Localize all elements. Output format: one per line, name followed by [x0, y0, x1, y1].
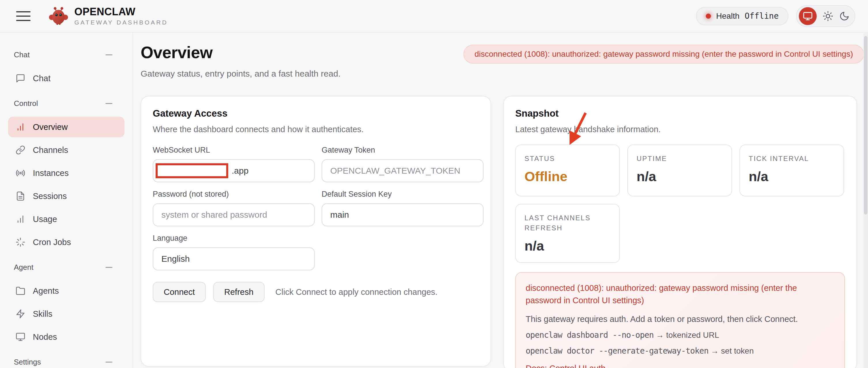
- password-label: Password (not stored): [153, 190, 315, 199]
- moon-icon: [839, 11, 849, 21]
- tick-interval-tile-label: TICK INTERVAL: [749, 154, 835, 164]
- loader-icon: [16, 237, 25, 247]
- connect-hint-text: Click Connect to apply connection change…: [276, 288, 438, 297]
- language-select[interactable]: English: [153, 247, 315, 270]
- app-subtitle: GATEWAY DASHBOARD: [74, 19, 168, 26]
- sidebar: Chat Chat Control Overview Channels: [0, 33, 133, 368]
- brand: OPENCLAW GATEWAY DASHBOARD: [49, 6, 168, 26]
- chat-bubble-icon: [16, 73, 25, 83]
- status-tile-label: STATUS: [525, 154, 611, 164]
- session-key-label: Default Session Key: [321, 190, 484, 199]
- gateway-token-input[interactable]: [321, 159, 484, 182]
- page-subtitle: Gateway status, entry points, and a fast…: [141, 69, 857, 78]
- health-status-value: Offline: [745, 11, 779, 21]
- gateway-token-field: Gateway Token: [321, 146, 484, 182]
- sidebar-item-label: Nodes: [33, 332, 57, 342]
- sidebar-item-instances[interactable]: Instances: [8, 163, 124, 183]
- sidebar-item-label: Overview: [33, 122, 68, 132]
- command-text: openclaw dashboard --no-open: [526, 330, 654, 340]
- session-key-field: Default Session Key: [321, 190, 484, 226]
- sidebar-item-chat[interactable]: Chat: [8, 68, 124, 89]
- snapshot-title: Snapshot: [515, 108, 845, 119]
- sidebar-item-overview[interactable]: Overview: [8, 116, 124, 137]
- command-note: → tokenized URL: [656, 331, 719, 339]
- sun-icon: [823, 11, 833, 22]
- disconnect-error-banner: disconnected (1008): unauthorized: gatew…: [463, 45, 864, 64]
- app-header: OPENCLAW GATEWAY DASHBOARD Health Offlin…: [0, 0, 868, 33]
- docs-control-ui-auth-link[interactable]: Docs: Control UI auth: [526, 364, 606, 368]
- sidebar-item-label: Skills: [33, 309, 53, 319]
- uptime-tile: UPTIME n/a: [627, 144, 732, 196]
- snapshot-subtitle: Latest gateway handshake information.: [515, 125, 845, 134]
- theme-toggle-group: [796, 5, 855, 27]
- sidebar-item-label: Instances: [33, 168, 69, 178]
- sidebar-item-label: Chat: [33, 74, 51, 83]
- bar-chart-icon: [16, 214, 25, 224]
- alert-message-text: This gateway requires auth. Add a token …: [526, 314, 835, 324]
- connect-button[interactable]: Connect: [153, 282, 206, 302]
- refresh-button[interactable]: Refresh: [213, 282, 265, 302]
- auth-alert-box: disconnected (1008): unauthorized: gatew…: [515, 272, 845, 368]
- sidebar-section-control[interactable]: Control: [0, 99, 132, 108]
- collapse-icon: [105, 103, 113, 104]
- language-selected-value: English: [161, 254, 190, 264]
- sidebar-item-label: Sessions: [33, 192, 67, 201]
- collapse-icon: [105, 55, 113, 55]
- sidebar-item-cron-jobs[interactable]: Cron Jobs: [8, 232, 124, 253]
- tick-interval-tile-value: n/a: [749, 168, 835, 184]
- sidebar-item-label: Cron Jobs: [33, 238, 71, 247]
- command-text: openclaw doctor --generate-gateway-token: [526, 346, 708, 356]
- broadcast-icon: [16, 168, 25, 178]
- theme-dark-button[interactable]: [839, 11, 849, 21]
- collapse-icon: [105, 362, 113, 363]
- language-label: Language: [153, 234, 315, 243]
- websocket-url-input[interactable]: .app: [153, 159, 315, 182]
- websocket-url-visible-value: .app: [232, 166, 248, 176]
- command-line: openclaw doctor --generate-gateway-token…: [526, 346, 835, 356]
- sidebar-section-agent[interactable]: Agent: [0, 263, 132, 272]
- openclaw-logo-icon: [49, 7, 68, 26]
- sidebar-section-settings[interactable]: Settings: [0, 358, 132, 367]
- bar-chart-icon: [16, 122, 25, 132]
- health-label: Health: [716, 11, 740, 21]
- monitor-icon: [16, 332, 25, 342]
- collapse-icon: [105, 267, 113, 268]
- monitor-icon: [803, 11, 813, 21]
- uptime-tile-label: UPTIME: [637, 154, 723, 164]
- last-channels-refresh-tile: LAST CHANNELS REFRESH n/a: [515, 204, 620, 263]
- sidebar-item-nodes[interactable]: Nodes: [8, 327, 124, 347]
- password-field: Password (not stored): [153, 190, 315, 226]
- scrollbar[interactable]: [863, 33, 868, 368]
- sidebar-item-label: Agents: [33, 286, 59, 296]
- password-input[interactable]: [153, 203, 315, 226]
- theme-system-button[interactable]: [799, 7, 817, 25]
- command-note: → set token: [711, 346, 753, 355]
- sidebar-item-channels[interactable]: Channels: [8, 140, 124, 160]
- last-channels-refresh-value: n/a: [525, 238, 611, 254]
- session-key-input[interactable]: [321, 203, 484, 226]
- uptime-tile-value: n/a: [637, 168, 723, 184]
- gateway-access-subtitle: Where the dashboard connects and how it …: [153, 125, 479, 134]
- websocket-url-field: WebSocket URL .app: [153, 146, 315, 182]
- snapshot-card: Snapshot Latest gateway handshake inform…: [503, 96, 857, 368]
- gateway-access-card: Gateway Access Where the dashboard conne…: [141, 96, 491, 367]
- scrollbar-thumb[interactable]: [864, 36, 867, 214]
- folder-icon: [16, 286, 25, 296]
- sidebar-item-label: Channels: [33, 145, 68, 155]
- hamburger-menu-icon[interactable]: [16, 8, 32, 24]
- document-icon: [16, 191, 25, 201]
- theme-light-button[interactable]: [823, 11, 833, 22]
- status-tile: STATUS Offline: [515, 144, 620, 196]
- sidebar-item-sessions[interactable]: Sessions: [8, 186, 124, 206]
- health-status-badge[interactable]: Health Offline: [696, 7, 788, 25]
- command-line: openclaw dashboard --no-open → tokenized…: [526, 330, 835, 340]
- status-tile-value: Offline: [525, 168, 611, 184]
- sidebar-item-agents[interactable]: Agents: [8, 280, 124, 301]
- sidebar-item-usage[interactable]: Usage: [8, 209, 124, 230]
- alert-error-text: disconnected (1008): unauthorized: gatew…: [526, 282, 831, 307]
- gateway-access-title: Gateway Access: [153, 108, 479, 119]
- sidebar-item-label: Usage: [33, 214, 57, 224]
- sidebar-section-chat[interactable]: Chat: [0, 51, 132, 59]
- sidebar-item-skills[interactable]: Skills: [8, 303, 124, 324]
- zap-icon: [16, 309, 25, 319]
